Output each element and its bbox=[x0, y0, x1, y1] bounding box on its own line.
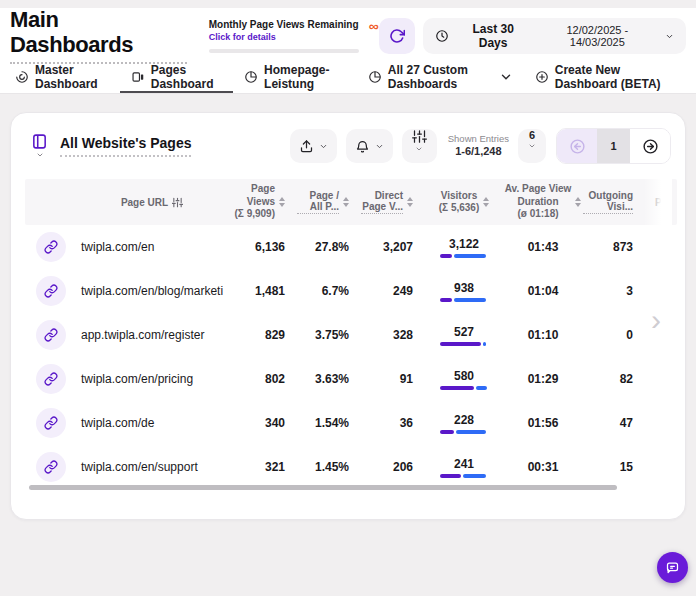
tab-pages-dashboard[interactable]: Pages Dashboard bbox=[120, 62, 233, 93]
column-header-outgoing[interactable]: Outgoing Visi... bbox=[583, 179, 645, 225]
alerts-button[interactable] bbox=[346, 129, 393, 163]
column-header-spacer bbox=[25, 179, 77, 225]
sort-icon[interactable] bbox=[407, 197, 413, 207]
link-icon[interactable] bbox=[36, 452, 66, 482]
page-all-cell: 3.63% bbox=[297, 372, 361, 386]
outgoing-cell: 873 bbox=[583, 240, 645, 254]
tab-homepage-leistung[interactable]: Homepage-Leistung bbox=[233, 62, 357, 93]
pages-table: Page URL Page Views (Σ 9,909) Page bbox=[25, 179, 677, 489]
table-row[interactable]: twipla.com/en/pricing 802 3.63% 91 580 0… bbox=[25, 357, 677, 401]
visitors-bar bbox=[440, 386, 488, 390]
tab-master-dashboard[interactable]: Master Dashboard bbox=[4, 62, 120, 93]
tab-all-custom-dashboards[interactable]: All 27 Custom Dashboards bbox=[357, 62, 524, 93]
chevron-down-icon bbox=[528, 142, 536, 150]
page-views-cell: 6,136 bbox=[223, 240, 297, 254]
sort-icon[interactable] bbox=[575, 197, 581, 207]
chevron-down-icon bbox=[319, 142, 328, 151]
column-header-page-views[interactable]: Page Views (Σ 9,909) bbox=[223, 179, 297, 225]
outgoing-cell: 82 bbox=[583, 372, 645, 386]
link-icon[interactable] bbox=[36, 408, 66, 438]
filter-columns-button[interactable] bbox=[402, 129, 437, 163]
pages-table-card: All Website's Pages bbox=[10, 112, 686, 520]
column-header-visitors[interactable]: Visitors (Σ 5,636) bbox=[425, 179, 503, 225]
arrow-right-circle-icon bbox=[642, 138, 659, 155]
link-icon[interactable] bbox=[36, 364, 66, 394]
next-page-button[interactable] bbox=[630, 129, 670, 163]
visitors-bar bbox=[440, 342, 488, 346]
plan-usage-label: Monthly Page Views Remaining bbox=[209, 19, 359, 31]
table-row[interactable]: twipla.com/en 6,136 27.8% 3,207 3,122 01… bbox=[25, 225, 677, 269]
page-url-cell: twipla.com/en/blog/marketing-case-... bbox=[77, 284, 223, 298]
arrow-left-circle-icon bbox=[569, 138, 586, 155]
link-icon[interactable] bbox=[36, 320, 66, 350]
direct-views-cell: 206 bbox=[361, 460, 425, 474]
chevron-down-icon bbox=[36, 151, 44, 159]
column-header-page-all[interactable]: Page / All P... bbox=[297, 179, 361, 225]
sort-icon[interactable] bbox=[279, 197, 285, 207]
visitors-cell: 3,122 bbox=[425, 237, 503, 258]
date-range-picker[interactable]: Last 30 Days 12/02/2025 - 14/03/2025 bbox=[423, 18, 686, 54]
duration-cell: 01:43 bbox=[503, 240, 583, 254]
direct-views-cell: 91 bbox=[361, 372, 425, 386]
page-views-cell: 802 bbox=[223, 372, 297, 386]
refresh-button[interactable] bbox=[379, 18, 415, 54]
table-header-row: Page URL Page Views (Σ 9,909) Page bbox=[25, 179, 677, 225]
plus-circle-icon bbox=[535, 70, 549, 84]
visitors-cell: 580 bbox=[425, 369, 503, 390]
direct-views-cell: 249 bbox=[361, 284, 425, 298]
card-header: All Website's Pages bbox=[11, 113, 685, 171]
shown-entries-value: 1-6/1,248 bbox=[448, 145, 509, 159]
scroll-right-chevron-icon[interactable]: › bbox=[651, 305, 661, 335]
table-row[interactable]: twipla.com/en/blog/marketing-case-... 1,… bbox=[25, 269, 677, 313]
column-header-direct-views[interactable]: Direct Page V... bbox=[361, 179, 425, 225]
link-icon[interactable] bbox=[36, 276, 66, 306]
page-views-cell: 1,481 bbox=[223, 284, 297, 298]
chat-fab-button[interactable] bbox=[657, 552, 688, 583]
column-header-duration[interactable]: Av. Page View Duration (ø 01:18) bbox=[503, 179, 583, 225]
table-body: twipla.com/en 6,136 27.8% 3,207 3,122 01… bbox=[25, 225, 677, 489]
page-views-cell: 321 bbox=[223, 460, 297, 474]
visitors-bar bbox=[440, 474, 488, 478]
page-size-selector[interactable]: 6 bbox=[518, 129, 546, 163]
direct-views-cell: 36 bbox=[361, 416, 425, 430]
visitors-cell: 527 bbox=[425, 325, 503, 346]
table-row[interactable]: app.twipla.com/register 829 3.75% 328 52… bbox=[25, 313, 677, 357]
outgoing-cell: 3 bbox=[583, 284, 645, 298]
pie-chart-icon bbox=[368, 70, 382, 84]
table-row[interactable]: twipla.com/en/support 321 1.45% 206 241 … bbox=[25, 445, 677, 489]
date-range-value: 12/02/2025 - 14/03/2025 bbox=[538, 24, 657, 48]
outgoing-cell: 0 bbox=[583, 328, 645, 342]
sliders-filter-icon[interactable] bbox=[172, 197, 183, 208]
previous-page-button[interactable] bbox=[557, 129, 597, 163]
link-icon[interactable] bbox=[36, 232, 66, 262]
plan-usage-progressbar bbox=[209, 49, 359, 53]
table-row[interactable]: twipla.com/de 340 1.54% 36 228 01:56 47 bbox=[25, 401, 677, 445]
direct-views-cell: 328 bbox=[361, 328, 425, 342]
plan-details-link[interactable]: Click for details bbox=[209, 31, 359, 44]
visitors-cell: 938 bbox=[425, 281, 503, 302]
column-header-page-url[interactable]: Page URL bbox=[77, 179, 223, 225]
sort-icon[interactable] bbox=[343, 197, 349, 207]
duration-cell: 01:56 bbox=[503, 416, 583, 430]
page-url-cell: twipla.com/en bbox=[77, 240, 223, 254]
chevron-down-icon bbox=[415, 145, 423, 153]
chat-bubble-icon bbox=[665, 560, 680, 575]
outgoing-cell: 15 bbox=[583, 460, 645, 474]
page-url-cell: twipla.com/en/support bbox=[77, 460, 223, 474]
export-button[interactable] bbox=[290, 129, 337, 163]
gauge-icon bbox=[15, 70, 29, 84]
chevron-down-icon bbox=[375, 142, 384, 151]
plan-usage: Monthly Page Views Remaining Click for d… bbox=[209, 19, 379, 53]
refresh-icon bbox=[389, 28, 405, 44]
chevron-down-icon bbox=[665, 32, 674, 41]
page-size-value: 6 bbox=[529, 129, 535, 141]
widget-menu-button[interactable] bbox=[31, 133, 48, 159]
horizontal-scrollbar[interactable] bbox=[29, 485, 617, 490]
sort-icon[interactable] bbox=[483, 197, 489, 207]
page-url-cell: twipla.com/de bbox=[77, 416, 223, 430]
card-title: All Website's Pages bbox=[60, 135, 191, 157]
dashboard-tabs: Master Dashboard Pages Dashboard Homepag… bbox=[0, 62, 696, 94]
tab-create-new-dashboard[interactable]: Create New Dashboard (BETA) bbox=[524, 62, 692, 93]
outgoing-cell: 47 bbox=[583, 416, 645, 430]
duration-cell: 00:31 bbox=[503, 460, 583, 474]
